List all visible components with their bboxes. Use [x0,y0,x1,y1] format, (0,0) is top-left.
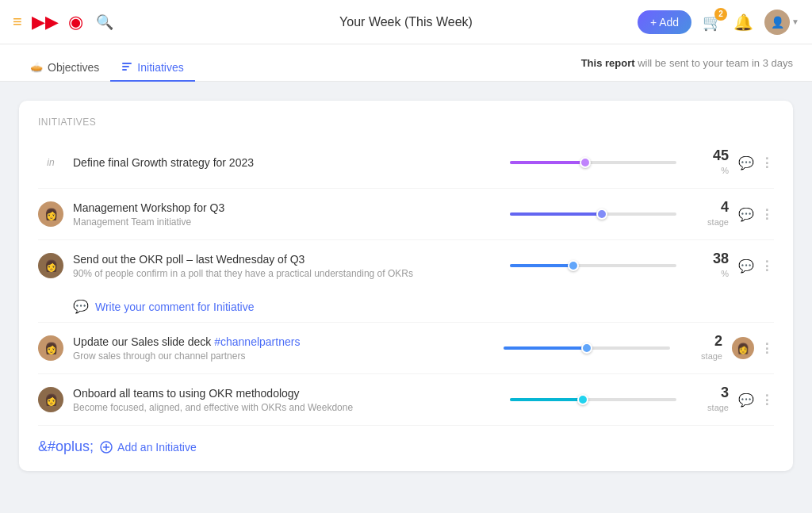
menu-icon[interactable]: ≡ [13,13,22,31]
add-circle-icon: &#oplus; [38,438,94,455]
table-row: 👩 Update our Sales slide deck #channelpa… [38,323,774,374]
initiative-subtitle: 90% of people confirm in a poll that the… [73,268,500,279]
value-unit: stage [701,351,722,361]
svg-rect-2 [122,69,127,71]
initiative-content: Onboard all teams to using OKR methodolo… [73,386,500,413]
more-options-icon[interactable]: ⋮ [760,207,774,222]
initiative-value: 45 % [686,148,729,177]
progress-slider[interactable] [510,264,676,267]
row-actions: 💬 ⋮ [738,392,774,408]
header-left: ≡ ▶▶ ◉ 🔍 [13,12,113,33]
initiative-value: 4 stage [686,200,729,228]
initiative-content: Management Workshop for Q3 Management Te… [73,201,500,228]
slider-track [510,212,676,216]
initiative-value: 38 % [686,251,729,280]
user-avatar-button[interactable]: 👤 ▼ [764,10,799,35]
tab-objectives-label: Objectives [48,61,99,74]
add-button[interactable]: + Add [638,10,691,34]
report-notice-bold: This report [581,57,635,69]
main-content: Initiatives in Define final Growth strat… [0,82,812,490]
slider-track [510,264,676,267]
tab-initiatives[interactable]: Initiatives [110,54,194,82]
progress-slider[interactable] [510,212,676,216]
add-initiative-label: Add an Initiative [117,441,197,454]
slider-thumb [577,394,588,405]
slider-fill [510,264,573,267]
value-unit: % [721,166,729,175]
initiative-content: Define final Growth strategy for 2023 [73,155,500,170]
cart-badge: 2 [714,8,727,21]
slider-fill [510,398,583,401]
slider-fill [504,346,587,350]
slider-thumb [581,343,592,354]
more-options-icon[interactable]: ⋮ [760,392,774,408]
initiative-subtitle: Become focused, aligned, and effective w… [73,402,500,413]
svg-rect-1 [122,66,129,67]
slider-track [504,346,670,350]
report-notice: This report will be sent to your team in… [581,57,793,78]
initiative-value: 2 stage [680,334,722,362]
target-icon: ▶▶ [32,12,59,33]
row-actions: 💬 ⋮ [738,155,774,170]
page-title: Your Week (This Week) [339,15,473,29]
initiative-title: Management Workshop for Q3 [73,201,500,215]
initiatives-card: Initiatives in Define final Growth strat… [19,101,793,471]
avatar-right: 👩 [732,337,754,359]
slider-thumb [568,260,579,271]
slider-fill [510,212,602,216]
comment-icon[interactable]: 💬 [738,392,754,408]
table-row: 👩 Onboard all teams to using OKR methodo… [38,374,774,426]
comment-icon[interactable]: 💬 [738,207,754,222]
initiative-title: Define final Growth strategy for 2023 [73,155,500,170]
row-actions: 💬 ⋮ [738,258,774,274]
avatar: 👩 [38,253,63,278]
objectives-icon: 🥧 [30,61,43,73]
value-unit: stage [707,403,729,412]
logo-icon: ◉ [68,12,83,33]
table-row: in Define final Growth strategy for 2023… [38,137,774,189]
slider-track [510,398,676,401]
slider-track [510,161,676,164]
more-options-icon[interactable]: ⋮ [760,155,774,170]
svg-rect-0 [122,63,132,64]
tab-initiatives-label: Initiatives [137,61,183,74]
search-icon[interactable]: 🔍 [96,13,113,31]
comment-cta-icon: 💬 [73,299,89,314]
row-actions: 👩 ⋮ [732,337,774,359]
progress-slider[interactable] [504,346,670,350]
value-unit: stage [707,217,729,227]
plus-circle-icon [100,441,113,454]
value-number: 4 [686,200,729,214]
header-right: + Add 🛒 2 🔔 👤 ▼ [638,10,799,35]
initiative-title: Update our Sales slide deck #channelpart… [73,335,494,349]
more-options-icon[interactable]: ⋮ [760,258,774,274]
progress-slider[interactable] [510,398,676,401]
header: ≡ ▶▶ ◉ 🔍 Your Week (This Week) + Add 🛒 2… [0,0,812,44]
channel-partners-link[interactable]: #channelpartners [214,335,300,348]
initiatives-icon [121,60,132,74]
initiative-title: Onboard all teams to using OKR methodolo… [73,386,500,400]
comment-icon[interactable]: 💬 [738,258,754,274]
more-options-icon[interactable]: ⋮ [760,341,774,356]
report-notice-text: will be sent to your team in 3 days [638,57,793,69]
progress-slider[interactable] [510,161,676,164]
initiative-subtitle: Grow sales through our channel partners [73,350,494,362]
user-avatar: 👤 [764,10,790,35]
add-initiative-button[interactable]: &#oplus; Add an Initiative [38,426,774,458]
comment-cta[interactable]: 💬 Write your comment for Initiative [38,291,774,323]
value-unit: % [721,269,729,278]
slider-fill [510,161,585,164]
initiative-value: 3 stage [686,385,729,414]
bell-icon[interactable]: 🔔 [733,13,753,32]
initiative-content: Update our Sales slide deck #channelpart… [73,335,494,362]
value-number: 3 [686,385,729,400]
comment-icon[interactable]: 💬 [738,155,754,170]
cart-button[interactable]: 🛒 2 [703,13,722,32]
avatar: 👩 [38,387,63,412]
table-row: 👩 Send out the OKR poll – last Wednesday… [38,240,774,291]
card-title: Initiatives [38,117,774,128]
value-number: 38 [686,251,729,266]
tab-objectives[interactable]: 🥧 Objectives [19,55,110,82]
slider-thumb [580,157,591,168]
slider-thumb [596,209,607,220]
